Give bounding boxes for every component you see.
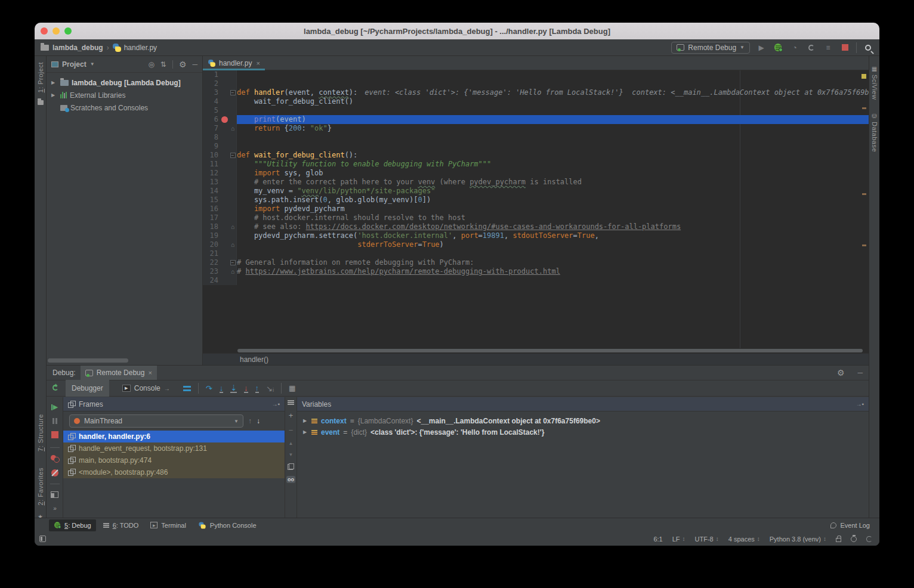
run-to-cursor-button[interactable]: ↘ᵢ <box>266 385 274 392</box>
code-line[interactable]: 13 # enter the correct path here to your… <box>203 178 869 187</box>
code-line[interactable]: 24 <box>203 276 869 285</box>
fold-gutter[interactable] <box>229 70 237 79</box>
code-line[interactable]: 16 import pydevd_pycharm <box>203 205 869 213</box>
gear-icon[interactable]: ⚙ <box>837 368 845 377</box>
editor-horizontal-scrollbar[interactable] <box>203 348 869 353</box>
code-line[interactable]: 8 <box>203 133 869 142</box>
add-watch-button[interactable]: + <box>289 411 294 420</box>
code-line[interactable]: 15 sys.path.insert(0, glob.glob(my_venv)… <box>203 196 869 205</box>
error-stripe-mark[interactable] <box>862 107 866 109</box>
pin-icon[interactable]: →▪ <box>271 401 280 407</box>
code-line[interactable]: 6 print(event) <box>203 115 869 124</box>
code-line[interactable]: 12 import sys, glob <box>203 169 869 178</box>
code-line[interactable]: 3−def handler(event, context):event: <cl… <box>203 88 869 97</box>
code-text[interactable] <box>237 276 869 285</box>
code-line[interactable]: 9 <box>203 142 869 151</box>
debug-button[interactable] <box>773 42 783 53</box>
code-text[interactable]: wait_for_debug_client() <box>237 97 869 106</box>
breakpoint-gutter[interactable] <box>220 196 229 205</box>
gear-icon[interactable]: ⚙ <box>179 60 187 69</box>
code-line[interactable]: 10−def wait_for_debug_client(): <box>203 151 869 160</box>
frame-row[interactable]: handler, handler.py:6 <box>63 431 285 442</box>
fold-gutter[interactable]: ⌂ <box>229 240 237 249</box>
fold-gutter[interactable] <box>229 142 237 151</box>
breakpoint-gutter[interactable] <box>220 79 229 88</box>
fold-gutter[interactable] <box>229 169 237 178</box>
code-line[interactable]: 14 my_venv = "venv/lib/python*/site-pack… <box>203 187 869 196</box>
sync-icon[interactable] <box>866 536 872 542</box>
fold-gutter[interactable] <box>229 213 237 222</box>
hide-panel-button[interactable]: ─ <box>192 60 197 69</box>
chevron-down-icon[interactable]: ▼ <box>90 61 95 67</box>
breakpoint-icon[interactable] <box>221 116 228 123</box>
thread-dropdown[interactable]: MainThread ▼ <box>69 414 243 428</box>
breadcrumb-project[interactable]: lambda_debug <box>53 44 103 52</box>
expand-arrow-icon[interactable]: ▶ <box>51 80 57 85</box>
code-line[interactable]: 18⌂ # see also: https://docs.docker.com/… <box>203 222 869 231</box>
breakpoint-gutter[interactable] <box>220 160 229 169</box>
next-frame-button[interactable]: ↓ <box>257 417 260 425</box>
fold-gutter[interactable]: ⌂ <box>229 267 237 276</box>
step-over-button[interactable]: ↷ <box>206 385 212 392</box>
tab-console[interactable]: ▶ Console → <box>116 380 176 397</box>
breakpoint-gutter[interactable] <box>220 187 229 196</box>
restore-layout-button[interactable] <box>51 491 58 498</box>
error-stripe-mark[interactable] <box>861 74 866 79</box>
inspections-profile-icon[interactable] <box>851 536 857 542</box>
rerun-button[interactable] <box>53 384 58 392</box>
view-breakpoints-button[interactable] <box>51 455 59 462</box>
breakpoint-gutter[interactable] <box>220 178 229 187</box>
tool-stripe-project[interactable]: 1: Project <box>37 62 44 92</box>
fold-gutter[interactable]: ⌂ <box>229 222 237 231</box>
fold-collapse-icon[interactable]: − <box>230 153 236 158</box>
code-line[interactable]: 23⌂# https://www.jetbrains.com/help/pych… <box>203 267 869 276</box>
code-line[interactable]: 17 # host.docker.internal should resolve… <box>203 213 869 222</box>
toolwindow-debug[interactable]: 5: Debug <box>49 519 96 531</box>
indent-select[interactable]: 4 spaces↕ <box>728 536 760 543</box>
fold-gutter[interactable] <box>229 249 237 258</box>
line-ending-select[interactable]: LF↕ <box>672 536 686 543</box>
code-line[interactable]: 5 <box>203 106 869 115</box>
toolwindow-toggle-icon[interactable] <box>39 536 46 542</box>
tool-stripe-database[interactable]: Database <box>871 122 878 152</box>
breakpoint-gutter[interactable] <box>220 276 229 285</box>
pin-icon[interactable]: →▪ <box>856 401 864 407</box>
code-text[interactable]: import pydevd_pycharm <box>237 205 869 213</box>
toolwindow-todo[interactable]: 6: TODO <box>98 519 144 531</box>
error-stripe-mark[interactable] <box>862 245 866 246</box>
resume-button[interactable]: ▶ <box>51 403 58 411</box>
tool-stripe-favorites[interactable]: 2: Favorites <box>37 468 44 505</box>
code-text[interactable] <box>237 133 869 142</box>
step-out-of-block-button[interactable]: ↓ <box>244 384 248 393</box>
variable-row[interactable]: ▶ context = {LambdaContext} <__main__.La… <box>297 415 869 426</box>
breakpoint-gutter[interactable] <box>220 124 229 133</box>
remove-watch-button[interactable]: − <box>289 426 294 435</box>
variable-row[interactable]: ▶ event = {dict} <class 'dict'>: {'messa… <box>297 426 869 438</box>
fold-gutter[interactable] <box>229 178 237 187</box>
project-horizontal-scrollbar[interactable] <box>48 358 128 363</box>
code-text[interactable]: # host.docker.internal should resolve to… <box>237 213 869 222</box>
breakpoint-gutter[interactable] <box>220 205 229 213</box>
stop-button[interactable] <box>839 42 850 53</box>
editor-breadcrumb[interactable]: handler() <box>203 353 869 365</box>
pause-button[interactable] <box>53 418 57 424</box>
breakpoint-gutter[interactable] <box>220 115 229 124</box>
breakpoint-gutter[interactable] <box>220 213 229 222</box>
fold-gutter[interactable]: − <box>229 88 237 97</box>
code-text[interactable]: stderrToServer=True) <box>237 240 869 249</box>
toolwindow-python-console[interactable]: Python Console <box>193 519 261 531</box>
code-line[interactable]: 11 """Utility function to enable debuggi… <box>203 160 869 169</box>
toolwindow-terminal[interactable]: ▶ Terminal <box>146 519 191 531</box>
lock-icon[interactable] <box>836 538 841 542</box>
code-line[interactable]: 1 <box>203 70 869 79</box>
fold-gutter[interactable] <box>229 160 237 169</box>
step-out-button[interactable]: ↑ <box>255 384 260 393</box>
code-line[interactable]: 2 <box>203 79 869 88</box>
code-text[interactable]: """Utility function to enable debugging … <box>237 160 869 169</box>
code-text[interactable] <box>237 142 869 151</box>
code-text[interactable] <box>237 70 869 79</box>
close-tab-icon[interactable]: × <box>256 60 260 67</box>
code-editor[interactable]: 123−def handler(event, context):event: <… <box>203 70 869 348</box>
hide-panel-button[interactable]: ─ <box>857 369 863 377</box>
run-configuration-select[interactable]: Remote Debug ▼ <box>671 42 750 54</box>
